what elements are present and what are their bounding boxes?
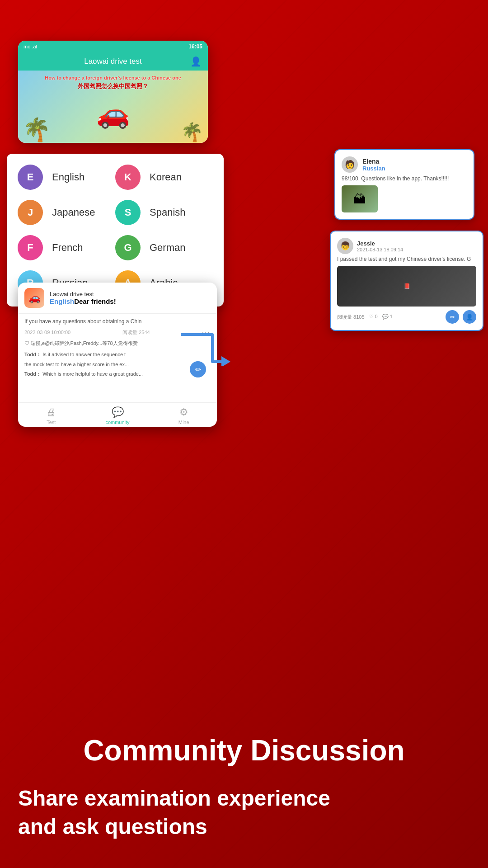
community-app-name: Laowai drive test	[50, 291, 116, 297]
share-button[interactable]: ✏	[446, 310, 459, 324]
post-title-rest: Dear friends!	[74, 297, 116, 305]
sub-line-2: and ask questions	[18, 813, 470, 841]
nav-test[interactable]: 🖨 Test	[18, 406, 84, 425]
comment-text-1: Is it advised to answer the sequence t	[42, 352, 126, 357]
jessie-date: 2021-08-13 18:09:14	[357, 247, 403, 252]
japanese-badge[interactable]: J	[18, 200, 43, 225]
comment-user-2: Todd：	[24, 371, 41, 377]
elena-review-text: 98/100. Questions like in the app. Thank…	[342, 175, 467, 182]
jessie-info: Jessie 2021-08-13 18:09:14	[357, 240, 403, 252]
mine-icon: ⚙	[179, 406, 188, 418]
german-label[interactable]: German	[150, 242, 213, 254]
jessie-name: Jessie	[357, 240, 403, 247]
korean-badge[interactable]: K	[115, 165, 141, 190]
sub-heading: Share examination experience and ask que…	[18, 784, 470, 841]
main-heading: Community Discussion	[18, 735, 470, 766]
community-post-header: 🚗 Laowai drive test EnglishDear friends!	[18, 283, 217, 314]
network-icon: mo .al	[23, 44, 37, 49]
comment-user-1: Todd：	[24, 352, 41, 357]
bottom-navigation: 🖨 Test 💬 community ⚙ Mine	[18, 402, 217, 427]
community-date: 2022-03-09 10:00:00	[24, 330, 70, 335]
nav-community-label: community	[105, 420, 129, 425]
english-badge[interactable]: E	[18, 165, 43, 190]
views-label: 阅读量 8105	[337, 314, 365, 321]
arrow-connector	[176, 330, 230, 366]
profile-icon: 👤	[190, 56, 202, 67]
elena-lang: Russian	[362, 165, 385, 172]
language-row-3: F French G German	[18, 235, 213, 260]
svg-marker-0	[221, 356, 230, 366]
nav-mine[interactable]: ⚙ Mine	[150, 406, 217, 425]
jessie-stats: 阅读量 8105 ♡ 0 💬 1	[337, 314, 393, 321]
jessie-review-text: I passed the test and got my Chinese dri…	[337, 256, 476, 262]
palm-left-icon: 🌴	[23, 117, 51, 143]
jessie-avatar: 👦	[337, 238, 353, 254]
spanish-badge[interactable]: S	[115, 200, 141, 225]
review-card-jessie: 👦 Jessie 2021-08-13 18:09:14 I passed th…	[330, 231, 483, 331]
statusbar-time: 16:05	[188, 43, 202, 50]
phone-top-mockup: mo .al 16:05 Laowai drive test 👤 How to …	[18, 41, 208, 143]
elena-info: Elena Russian	[362, 158, 385, 172]
nav-community[interactable]: 💬 community	[84, 406, 151, 425]
japanese-label[interactable]: Japanese	[52, 207, 115, 218]
french-label[interactable]: French	[52, 242, 115, 254]
german-badge[interactable]: G	[115, 235, 141, 260]
jessie-action-buttons: ✏ 👤	[446, 310, 476, 324]
palm-right-icon: 🌴	[181, 122, 203, 143]
banner-text: How to change a foreign driver's license…	[23, 75, 203, 90]
french-badge[interactable]: F	[18, 235, 43, 260]
likes-count: ♡ 0	[369, 314, 378, 321]
comments-count: 💬 1	[382, 314, 393, 321]
phone-statusbar: mo .al 16:05	[18, 41, 208, 52]
community-app-icon: 🚗	[24, 288, 44, 308]
community-post-text: If you have any questions about obtainin…	[24, 318, 211, 325]
spanish-label[interactable]: Spanish	[150, 207, 213, 218]
car-icon: 🚗	[96, 98, 130, 130]
elena-name: Elena	[362, 158, 385, 165]
statusbar-left-icons: mo .al	[23, 44, 37, 49]
test-icon: 🖨	[46, 406, 56, 418]
license-image-placeholder: 📕	[404, 283, 410, 289]
phone-app-header: Laowai drive test 👤	[18, 52, 208, 71]
elena-avatar: 🧑	[342, 156, 358, 173]
bottom-text-section: Community Discussion Share examination e…	[18, 735, 470, 841]
nav-mine-label: Mine	[178, 420, 189, 425]
comment-text-cont: the mock test to have a higher score in …	[24, 362, 129, 367]
community-views: 阅读量 2544	[122, 329, 150, 336]
jessie-review-image: 📕	[337, 266, 476, 307]
review-card-elena: 🧑 Elena Russian 98/100. Questions like i…	[334, 149, 474, 220]
elena-review-image: 🏔	[342, 185, 378, 212]
english-label[interactable]: English	[52, 171, 115, 183]
app-banner: How to change a foreign driver's license…	[18, 71, 208, 143]
review-header-jessie: 👦 Jessie 2021-08-13 18:09:14	[337, 238, 476, 254]
community-post-title: EnglishDear friends!	[50, 297, 116, 305]
app-title: Laowai drive test	[84, 57, 142, 66]
korean-label[interactable]: Korean	[150, 171, 213, 183]
community-comment-2: Todd： Which is more helpful to have a gr…	[24, 369, 211, 379]
community-icon: 💬	[112, 406, 124, 418]
language-row-1: E English K Korean	[18, 165, 213, 190]
sub-line-1: Share examination experience	[18, 784, 470, 812]
community-post-info: Laowai drive test EnglishDear friends!	[50, 291, 116, 305]
nav-test-label: Test	[47, 420, 56, 425]
post-title-english: English	[50, 297, 74, 305]
comment-text-2: Which is more helpful to have a great gr…	[42, 371, 143, 377]
profile-button[interactable]: 👤	[463, 310, 476, 324]
review-header-elena: 🧑 Elena Russian	[342, 156, 467, 173]
language-row-2: J Japanese S Spanish	[18, 200, 213, 225]
